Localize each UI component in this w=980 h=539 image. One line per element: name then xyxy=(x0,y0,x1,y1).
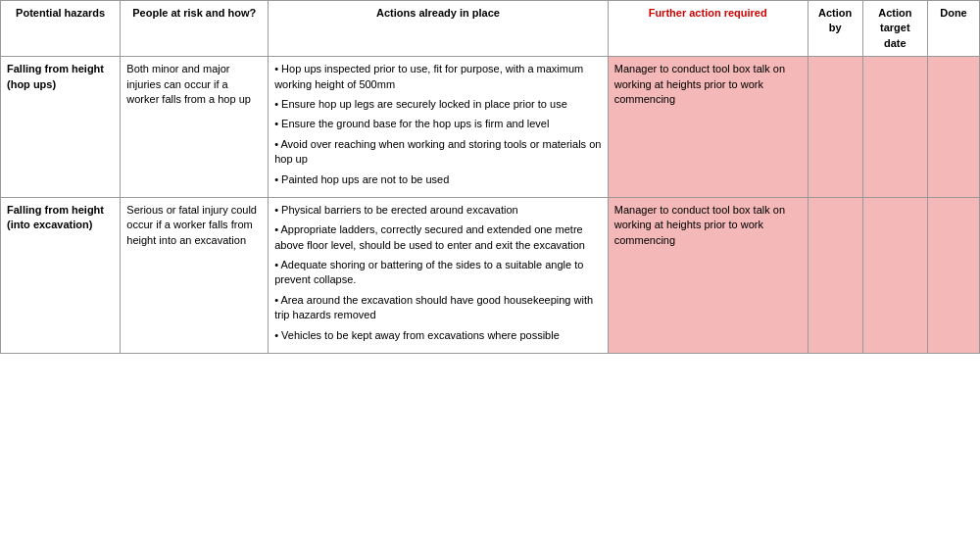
actions-cell: Hop ups inspected prior to use, fit for … xyxy=(269,57,609,198)
header-actions: Actions already in place xyxy=(269,1,609,57)
header-action-by: Action by xyxy=(808,1,862,57)
action-item: Painted hop ups are not to be used xyxy=(274,172,602,187)
action-by-cell xyxy=(808,57,862,198)
action-item: Hop ups inspected prior to use, fit for … xyxy=(274,62,602,92)
action-target-cell xyxy=(862,57,927,198)
header-further: Further action required xyxy=(608,1,808,57)
action-by-cell xyxy=(808,197,862,353)
action-target-cell xyxy=(862,197,927,353)
action-item: Appropriate ladders, correctly secured a… xyxy=(274,222,602,253)
actions-cell: Physical barriers to be erected around e… xyxy=(269,197,609,353)
table-row: Falling from height (into excavation)Ser… xyxy=(1,197,980,353)
action-item: Adequate shoring or battering of the sid… xyxy=(274,258,602,288)
done-cell xyxy=(927,57,979,198)
action-item: Vehicles to be kept away from excavation… xyxy=(274,328,602,343)
risk-assessment-table: Potential hazards People at risk and how… xyxy=(0,0,980,354)
further-action-cell: Manager to conduct tool box talk on work… xyxy=(608,57,808,198)
header-hazards: Potential hazards xyxy=(1,1,121,57)
action-item: Physical barriers to be erected around e… xyxy=(274,203,602,218)
action-item: Ensure the ground base for the hop ups i… xyxy=(274,117,602,131)
table-row: Falling from height (hop ups)Both minor … xyxy=(1,57,980,198)
hazard-cell: Falling from height (hop ups) xyxy=(1,57,121,198)
people-cell: Both minor and major injuries can occur … xyxy=(121,57,269,198)
hazard-title: Falling from height (hop ups) xyxy=(7,63,104,89)
people-cell: Serious or fatal injury could occur if a… xyxy=(121,197,269,353)
action-item: Area around the excavation should have g… xyxy=(274,293,602,323)
header-people: People at risk and how? xyxy=(121,1,269,57)
hazard-cell: Falling from height (into excavation) xyxy=(1,197,121,353)
action-item: Ensure hop up legs are securely locked i… xyxy=(274,97,602,112)
hazard-title: Falling from height (into excavation) xyxy=(7,204,104,230)
header-done: Done xyxy=(927,1,979,57)
action-item: Avoid over reaching when working and sto… xyxy=(274,137,602,168)
header-action-target: Action target date xyxy=(862,1,927,57)
further-action-cell: Manager to conduct tool box talk on work… xyxy=(608,197,808,353)
done-cell xyxy=(927,197,979,353)
